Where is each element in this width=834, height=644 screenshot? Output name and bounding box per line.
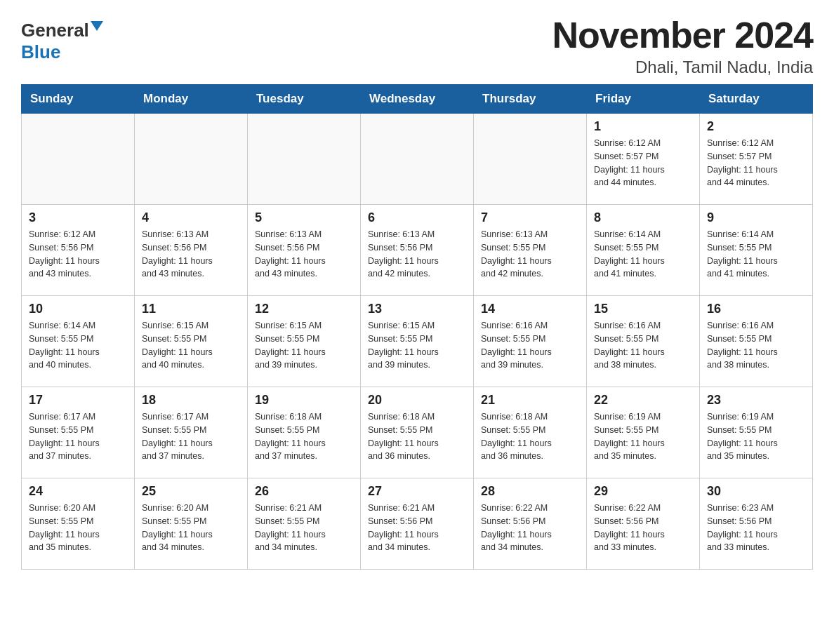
day-number: 19 <box>255 393 353 408</box>
day-info: Sunrise: 6:18 AMSunset: 5:55 PMDaylight:… <box>481 410 579 463</box>
day-number: 20 <box>368 393 466 408</box>
day-info: Sunrise: 6:23 AMSunset: 5:56 PMDaylight:… <box>707 502 805 554</box>
day-info: Sunrise: 6:18 AMSunset: 5:55 PMDaylight:… <box>368 410 466 463</box>
calendar-cell: 17Sunrise: 6:17 AMSunset: 5:55 PMDayligh… <box>22 387 135 478</box>
day-info: Sunrise: 6:14 AMSunset: 5:55 PMDaylight:… <box>594 228 692 281</box>
calendar-cell: 1Sunrise: 6:12 AMSunset: 5:57 PMDaylight… <box>587 114 700 205</box>
calendar-week-row: 24Sunrise: 6:20 AMSunset: 5:55 PMDayligh… <box>22 478 813 570</box>
calendar-week-row: 1Sunrise: 6:12 AMSunset: 5:57 PMDaylight… <box>22 114 813 205</box>
day-number: 4 <box>142 210 240 225</box>
day-info: Sunrise: 6:12 AMSunset: 5:57 PMDaylight:… <box>594 137 692 189</box>
calendar-cell: 9Sunrise: 6:14 AMSunset: 5:55 PMDaylight… <box>700 205 813 296</box>
day-info: Sunrise: 6:20 AMSunset: 5:55 PMDaylight:… <box>142 502 240 554</box>
calendar-cell: 20Sunrise: 6:18 AMSunset: 5:55 PMDayligh… <box>361 387 474 478</box>
day-info: Sunrise: 6:13 AMSunset: 5:56 PMDaylight:… <box>368 228 466 281</box>
calendar-day-header: Saturday <box>700 85 813 114</box>
logo: General Blue <box>21 20 103 63</box>
calendar-table: SundayMondayTuesdayWednesdayThursdayFrid… <box>21 84 813 570</box>
day-info: Sunrise: 6:16 AMSunset: 5:55 PMDaylight:… <box>481 319 579 372</box>
calendar-cell: 13Sunrise: 6:15 AMSunset: 5:55 PMDayligh… <box>361 296 474 387</box>
day-info: Sunrise: 6:20 AMSunset: 5:55 PMDaylight:… <box>29 502 127 554</box>
day-info: Sunrise: 6:12 AMSunset: 5:57 PMDaylight:… <box>707 137 805 189</box>
calendar-cell: 26Sunrise: 6:21 AMSunset: 5:55 PMDayligh… <box>248 478 361 570</box>
title-block: November 2024 Dhali, Tamil Nadu, India <box>552 14 813 77</box>
calendar-cell <box>22 114 135 205</box>
day-number: 24 <box>29 484 127 499</box>
calendar-cell: 12Sunrise: 6:15 AMSunset: 5:55 PMDayligh… <box>248 296 361 387</box>
day-info: Sunrise: 6:16 AMSunset: 5:55 PMDaylight:… <box>594 319 692 372</box>
day-info: Sunrise: 6:22 AMSunset: 5:56 PMDaylight:… <box>481 502 579 554</box>
calendar-week-row: 3Sunrise: 6:12 AMSunset: 5:56 PMDaylight… <box>22 205 813 296</box>
day-number: 21 <box>481 393 579 408</box>
calendar-cell: 28Sunrise: 6:22 AMSunset: 5:56 PMDayligh… <box>474 478 587 570</box>
day-number: 6 <box>368 210 466 225</box>
calendar-day-header: Monday <box>135 85 248 114</box>
page-title: November 2024 <box>552 14 813 56</box>
day-number: 12 <box>255 302 353 316</box>
svg-marker-0 <box>91 21 103 31</box>
day-number: 9 <box>707 210 805 225</box>
calendar-week-row: 10Sunrise: 6:14 AMSunset: 5:55 PMDayligh… <box>22 296 813 387</box>
calendar-cell: 5Sunrise: 6:13 AMSunset: 5:56 PMDaylight… <box>248 205 361 296</box>
day-info: Sunrise: 6:17 AMSunset: 5:55 PMDaylight:… <box>29 410 127 463</box>
day-info: Sunrise: 6:18 AMSunset: 5:55 PMDaylight:… <box>255 410 353 463</box>
day-info: Sunrise: 6:13 AMSunset: 5:56 PMDaylight:… <box>142 228 240 281</box>
calendar-cell: 7Sunrise: 6:13 AMSunset: 5:55 PMDaylight… <box>474 205 587 296</box>
page-header: General Blue November 2024 Dhali, Tamil … <box>21 14 813 77</box>
day-number: 17 <box>29 393 127 408</box>
day-info: Sunrise: 6:12 AMSunset: 5:56 PMDaylight:… <box>29 228 127 281</box>
calendar-day-header: Sunday <box>22 85 135 114</box>
calendar-cell: 10Sunrise: 6:14 AMSunset: 5:55 PMDayligh… <box>22 296 135 387</box>
calendar-cell: 23Sunrise: 6:19 AMSunset: 5:55 PMDayligh… <box>700 387 813 478</box>
day-number: 5 <box>255 210 353 225</box>
day-info: Sunrise: 6:15 AMSunset: 5:55 PMDaylight:… <box>368 319 466 372</box>
calendar-cell: 24Sunrise: 6:20 AMSunset: 5:55 PMDayligh… <box>22 478 135 570</box>
day-number: 28 <box>481 484 579 499</box>
calendar-cell: 14Sunrise: 6:16 AMSunset: 5:55 PMDayligh… <box>474 296 587 387</box>
calendar-header-row: SundayMondayTuesdayWednesdayThursdayFrid… <box>22 85 813 114</box>
calendar-cell: 11Sunrise: 6:15 AMSunset: 5:55 PMDayligh… <box>135 296 248 387</box>
page-subtitle: Dhali, Tamil Nadu, India <box>552 58 813 77</box>
day-number: 1 <box>594 119 692 134</box>
day-info: Sunrise: 6:14 AMSunset: 5:55 PMDaylight:… <box>707 228 805 281</box>
day-number: 18 <box>142 393 240 408</box>
day-number: 26 <box>255 484 353 499</box>
calendar-week-row: 17Sunrise: 6:17 AMSunset: 5:55 PMDayligh… <box>22 387 813 478</box>
calendar-cell: 18Sunrise: 6:17 AMSunset: 5:55 PMDayligh… <box>135 387 248 478</box>
calendar-cell <box>361 114 474 205</box>
day-info: Sunrise: 6:16 AMSunset: 5:55 PMDaylight:… <box>707 319 805 372</box>
day-info: Sunrise: 6:13 AMSunset: 5:56 PMDaylight:… <box>255 228 353 281</box>
day-info: Sunrise: 6:19 AMSunset: 5:55 PMDaylight:… <box>707 410 805 463</box>
calendar-cell <box>248 114 361 205</box>
day-number: 2 <box>707 119 805 134</box>
logo-blue-text: Blue <box>21 41 60 63</box>
day-number: 29 <box>594 484 692 499</box>
day-info: Sunrise: 6:15 AMSunset: 5:55 PMDaylight:… <box>255 319 353 372</box>
day-number: 3 <box>29 210 127 225</box>
day-info: Sunrise: 6:15 AMSunset: 5:55 PMDaylight:… <box>142 319 240 372</box>
calendar-cell: 27Sunrise: 6:21 AMSunset: 5:56 PMDayligh… <box>361 478 474 570</box>
day-number: 23 <box>707 393 805 408</box>
calendar-cell: 8Sunrise: 6:14 AMSunset: 5:55 PMDaylight… <box>587 205 700 296</box>
calendar-day-header: Tuesday <box>248 85 361 114</box>
logo-arrow-icon <box>91 21 103 34</box>
calendar-cell <box>474 114 587 205</box>
day-number: 27 <box>368 484 466 499</box>
calendar-day-header: Friday <box>587 85 700 114</box>
day-info: Sunrise: 6:21 AMSunset: 5:55 PMDaylight:… <box>255 502 353 554</box>
day-info: Sunrise: 6:22 AMSunset: 5:56 PMDaylight:… <box>594 502 692 554</box>
day-number: 25 <box>142 484 240 499</box>
calendar-cell: 29Sunrise: 6:22 AMSunset: 5:56 PMDayligh… <box>587 478 700 570</box>
day-number: 10 <box>29 302 127 316</box>
day-number: 14 <box>481 302 579 316</box>
day-number: 8 <box>594 210 692 225</box>
day-info: Sunrise: 6:19 AMSunset: 5:55 PMDaylight:… <box>594 410 692 463</box>
day-number: 13 <box>368 302 466 316</box>
calendar-cell: 6Sunrise: 6:13 AMSunset: 5:56 PMDaylight… <box>361 205 474 296</box>
calendar-day-header: Wednesday <box>361 85 474 114</box>
calendar-day-header: Thursday <box>474 85 587 114</box>
calendar-cell: 2Sunrise: 6:12 AMSunset: 5:57 PMDaylight… <box>700 114 813 205</box>
calendar-cell <box>135 114 248 205</box>
day-number: 15 <box>594 302 692 316</box>
calendar-cell: 3Sunrise: 6:12 AMSunset: 5:56 PMDaylight… <box>22 205 135 296</box>
